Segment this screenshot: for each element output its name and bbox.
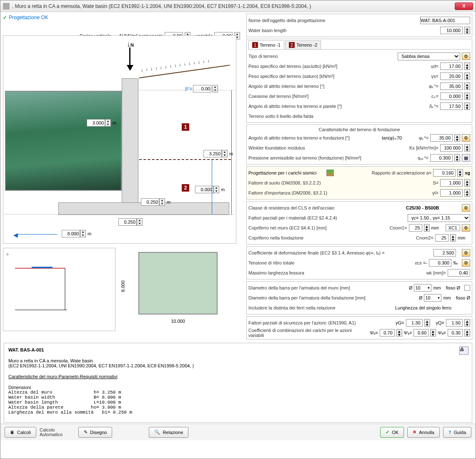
- gG-input[interactable]: [406, 319, 423, 327]
- include-rebar-label: Includere la distinta dei ferri nella re…: [248, 305, 393, 310]
- b-foot-spinner[interactable]: ▴▾: [80, 230, 86, 237]
- gQ-spinner[interactable]: ▴▾: [464, 319, 470, 327]
- print-button[interactable]: 🖶: [459, 347, 468, 355]
- calcoli-button[interactable]: 🖩Calcoli: [5, 427, 36, 438]
- phi-f-btn[interactable]: ⚙: [462, 134, 470, 142]
- gG-spinner[interactable]: ▴▾: [424, 319, 430, 327]
- basin-length-input[interactable]: [440, 27, 463, 34]
- rebar-wall-select[interactable]: 10▼: [414, 284, 431, 292]
- psi0-spinner[interactable]: ▴▾: [396, 329, 402, 337]
- phi-input[interactable]: [440, 82, 463, 90]
- h-wall-spinner[interactable]: ▴▾: [105, 119, 111, 127]
- zoom-icon[interactable]: +: [6, 251, 9, 257]
- cover-wall-input[interactable]: [409, 224, 422, 232]
- ritiro-label: Tensione di ritiro totale: [248, 260, 401, 265]
- tab-terreno-2[interactable]: 2Terreno -2: [285, 40, 321, 49]
- h-water-spinner[interactable]: ▴▾: [213, 186, 219, 193]
- soil-type-select[interactable]: Sabbia densa: [398, 52, 460, 60]
- delta-spinner[interactable]: ▴▾: [464, 102, 470, 110]
- gamma-s-spinner[interactable]: ▴▾: [464, 72, 470, 80]
- psi1-input[interactable]: [413, 329, 428, 337]
- t-foot-spinner[interactable]: ▴▾: [159, 198, 165, 206]
- guida-button[interactable]: ?Guida: [443, 427, 471, 438]
- cohesion-input[interactable]: [440, 92, 463, 100]
- cover-found-spinner[interactable]: ▴▾: [450, 234, 456, 242]
- h-wall-unit: m: [113, 120, 116, 125]
- report-l2: Water basin width B= 8.000 m: [8, 395, 468, 400]
- gamma-d-spinner[interactable]: ▴▾: [464, 62, 470, 70]
- class-btn[interactable]: ⚙: [462, 204, 470, 212]
- pressure-spinner[interactable]: ▴▾: [454, 154, 460, 162]
- gamma-d-input[interactable]: [440, 62, 463, 70]
- pressure-input[interactable]: [430, 154, 453, 162]
- b-foot-input[interactable]: [62, 230, 80, 237]
- phi-f-label: Angolo di attrito interno tra terreno e …: [248, 135, 380, 140]
- accel-ratio-input[interactable]: [433, 169, 456, 177]
- importance-spinner[interactable]: ▴▾: [464, 189, 470, 197]
- phi-f-spinner[interactable]: ▴▾: [454, 134, 460, 142]
- t-stem-spinner[interactable]: ▴▾: [137, 218, 143, 226]
- report-l3: Water basin length L=10.000 m: [8, 400, 468, 405]
- annulla-button[interactable]: ✕Annulla: [407, 427, 440, 438]
- h-water-input[interactable]: [195, 186, 213, 193]
- psi0-input[interactable]: [380, 329, 395, 337]
- cover-wall-btn[interactable]: ⚙: [462, 224, 470, 232]
- h-total-input[interactable]: [203, 150, 222, 157]
- cover-wall-label: Copriferro nel muro (EC2 §4.4.1) [mm]: [248, 225, 381, 230]
- cover-found-input[interactable]: [435, 234, 448, 242]
- partial-mat-select[interactable]: γc= 1.50 , γs= 1.15: [408, 214, 470, 222]
- suolo-spinner[interactable]: ▴▾: [464, 179, 470, 187]
- section-preview: +: [3, 248, 115, 331]
- h-wall-input[interactable]: [87, 119, 105, 127]
- tab-terreno-1[interactable]: 1Terreno -1: [248, 40, 284, 49]
- winkler-spinner[interactable]: ▴▾: [464, 144, 470, 152]
- deform-coef-input[interactable]: [433, 249, 456, 257]
- seismic-title: Progettazione per i carichi sismici: [248, 170, 316, 175]
- importance-input[interactable]: [440, 189, 463, 197]
- accel-ratio-spinner[interactable]: ▴▾: [457, 169, 463, 177]
- xg-label: xg: [465, 170, 470, 175]
- t-stem-input[interactable]: [118, 218, 137, 226]
- pressure-btn[interactable]: ▦: [462, 154, 470, 162]
- suolo-input[interactable]: [440, 179, 463, 187]
- gQ-input[interactable]: [446, 319, 463, 327]
- psi1-spinner[interactable]: ▴▾: [430, 329, 436, 337]
- phi-f-input[interactable]: [430, 134, 453, 142]
- report-l4: Altezza della parete ho= 3.000 m: [8, 405, 468, 410]
- psi2-spinner[interactable]: ▴▾: [464, 329, 470, 337]
- t-foot-input[interactable]: [141, 198, 159, 206]
- ritiro-input[interactable]: [429, 259, 451, 267]
- winkler-input[interactable]: [440, 144, 463, 152]
- gamma-s-input[interactable]: [440, 72, 463, 80]
- delta-input[interactable]: [440, 102, 463, 110]
- h-total-spinner[interactable]: ▴▾: [222, 150, 228, 157]
- beta-input[interactable]: [193, 85, 211, 92]
- cohesion-spinner[interactable]: ▴▾: [464, 92, 470, 100]
- relazione-button[interactable]: 🔍Relazione: [149, 427, 188, 438]
- cover-found-label: Copriferro nella fondazione: [248, 235, 407, 240]
- soil-marker-2: 2: [182, 184, 189, 192]
- seismic-icon: [326, 170, 334, 176]
- rebar-found-select[interactable]: 10▼: [424, 294, 441, 302]
- rebar-found-label: Diametro della barra per l'armatura dell…: [248, 295, 417, 300]
- beta-spinner[interactable]: ▴▾: [212, 85, 218, 92]
- soil-type-label: Tipo di terreno: [248, 54, 396, 59]
- psi2-input[interactable]: [448, 329, 463, 337]
- basin-length-spinner[interactable]: ▴▾: [464, 27, 470, 34]
- deform-coef-btn[interactable]: ⚙: [462, 249, 470, 257]
- obj-name-input[interactable]: [420, 17, 470, 24]
- soil-type-btn[interactable]: ⚙: [462, 52, 470, 60]
- close-button[interactable]: X: [455, 2, 473, 10]
- disegno-button[interactable]: ✎Disegno: [78, 427, 112, 438]
- ok-button[interactable]: ✓OK: [380, 427, 404, 438]
- report-l0: Dimensioni: [8, 385, 468, 390]
- rebar-wall-check[interactable]: [464, 285, 470, 291]
- n-arrow-icon: [129, 47, 130, 67]
- dim-arrowhead-icon: ◀: [13, 232, 18, 238]
- crack-input[interactable]: [448, 269, 470, 277]
- phi-spinner[interactable]: ▴▾: [464, 82, 470, 90]
- cover-wall-spinner[interactable]: ▴▾: [424, 224, 430, 232]
- ritiro-btn[interactable]: ⚙: [462, 259, 470, 267]
- plan-length-label: 10.000: [124, 319, 232, 324]
- gQ-sym: γQ=: [436, 320, 444, 325]
